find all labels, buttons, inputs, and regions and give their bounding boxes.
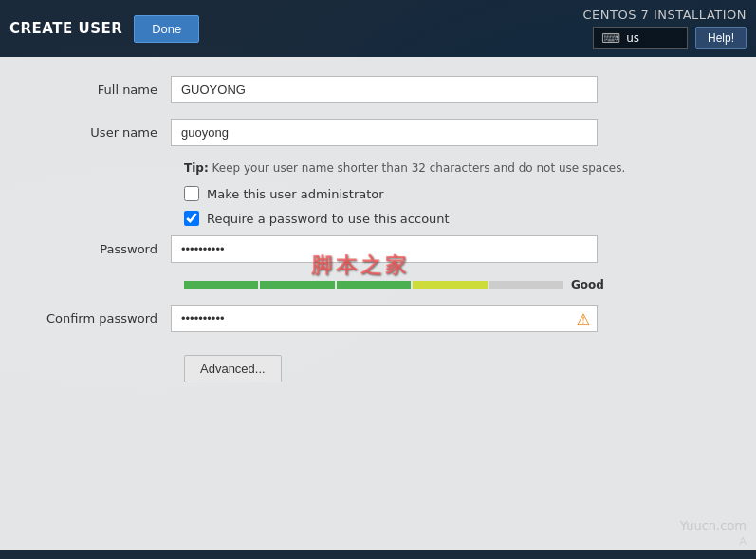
keyboard-icon: ⌨	[601, 30, 620, 46]
watermark-bottom1: Yuucn.com	[680, 518, 747, 532]
strength-seg-4	[413, 281, 487, 289]
password-input[interactable]	[171, 235, 598, 263]
password-label: Password	[38, 242, 171, 256]
centos-title: CENTOS 7 INSTALLATION	[582, 8, 747, 22]
user-name-input[interactable]	[171, 119, 598, 146]
full-name-row: Full name	[38, 76, 718, 103]
strength-label: Good	[571, 278, 604, 291]
keyboard-selector[interactable]: ⌨ us	[593, 27, 688, 49]
strength-bar	[184, 281, 563, 289]
full-name-label: Full name	[38, 83, 171, 97]
require-password-checkbox[interactable]	[184, 211, 199, 226]
confirm-password-row: Confirm password ⚠	[38, 305, 718, 332]
form-content: Full name User name Tip: Keep your user …	[0, 57, 756, 550]
make-admin-row: Make this user administrator	[184, 186, 718, 201]
confirm-input-wrapper: ⚠	[171, 305, 598, 332]
done-button[interactable]: Done	[134, 15, 199, 43]
password-row: Password	[38, 235, 718, 263]
header-left: CREATE USER Done	[9, 15, 199, 43]
watermark-bottom2: A	[739, 535, 747, 548]
user-name-row: User name	[38, 119, 718, 146]
advanced-button[interactable]: Advanced...	[184, 355, 282, 382]
keyboard-lang: us	[626, 31, 639, 45]
confirm-password-label: Confirm password	[38, 311, 171, 326]
help-button[interactable]: Help!	[695, 27, 747, 49]
strength-seg-5	[489, 281, 563, 289]
header-controls: ⌨ us Help!	[593, 27, 747, 49]
make-admin-label[interactable]: Make this user administrator	[207, 187, 384, 201]
confirm-password-input[interactable]	[171, 305, 598, 332]
password-strength-container: Good	[184, 278, 718, 291]
strength-seg-1	[184, 281, 258, 289]
page-title: CREATE USER	[9, 20, 122, 37]
strength-seg-3	[337, 281, 411, 289]
tip-row: Tip: Keep your user name shorter than 32…	[184, 161, 718, 175]
tip-label: Tip:	[184, 161, 209, 175]
full-name-input[interactable]	[171, 76, 598, 103]
header: CREATE USER Done CENTOS 7 INSTALLATION ⌨…	[0, 0, 756, 57]
make-admin-checkbox[interactable]	[184, 186, 199, 201]
require-password-row: Require a password to use this account	[184, 211, 718, 226]
user-name-label: User name	[38, 125, 171, 140]
advanced-row: Advanced...	[38, 347, 718, 382]
warning-icon: ⚠	[577, 309, 590, 327]
strength-seg-2	[260, 281, 334, 289]
require-password-label[interactable]: Require a password to use this account	[207, 212, 450, 226]
tip-text: Keep your user name shorter than 32 char…	[212, 161, 626, 175]
